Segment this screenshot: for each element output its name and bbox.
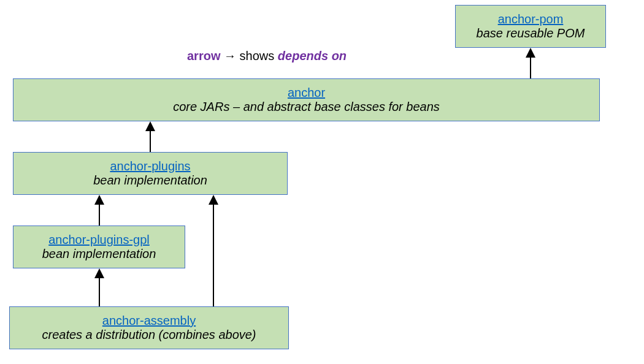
legend-shows: shows bbox=[240, 49, 275, 63]
anchor-plugins-subtitle: bean implementation bbox=[93, 173, 207, 188]
arrow-anchor-to-pom bbox=[524, 48, 537, 78]
box-anchor-pom: anchor-pom base reusable POM bbox=[455, 5, 606, 48]
anchor-assembly-link[interactable]: anchor-assembly bbox=[102, 314, 196, 328]
legend-depends: depends on bbox=[278, 49, 347, 63]
arrow-gpl-to-plugins bbox=[93, 195, 105, 226]
arrow-plugins-to-anchor bbox=[144, 121, 156, 152]
arrow-assembly-to-gpl bbox=[93, 268, 105, 306]
box-anchor: anchor core JARs – and abstract base cla… bbox=[13, 78, 600, 121]
arrow-assembly-to-plugins bbox=[207, 195, 220, 306]
anchor-subtitle: core JARs – and abstract base classes fo… bbox=[173, 100, 440, 114]
anchor-plugins-link[interactable]: anchor-plugins bbox=[110, 159, 190, 173]
anchor-plugins-gpl-link[interactable]: anchor-plugins-gpl bbox=[48, 233, 150, 247]
arrow-right-icon: → bbox=[224, 49, 236, 63]
legend-arrow-word: arrow bbox=[187, 49, 220, 63]
anchor-link[interactable]: anchor bbox=[288, 86, 325, 100]
anchor-pom-link[interactable]: anchor-pom bbox=[498, 12, 564, 26]
box-anchor-assembly: anchor-assembly creates a distribution (… bbox=[9, 306, 289, 349]
anchor-pom-subtitle: base reusable POM bbox=[477, 26, 585, 40]
legend-text: arrow → shows depends on bbox=[187, 49, 347, 63]
box-anchor-plugins: anchor-plugins bean implementation bbox=[13, 152, 288, 195]
box-anchor-plugins-gpl: anchor-plugins-gpl bean implementation bbox=[13, 226, 185, 268]
anchor-assembly-subtitle: creates a distribution (combines above) bbox=[42, 328, 256, 342]
anchor-plugins-gpl-subtitle: bean implementation bbox=[42, 247, 156, 261]
